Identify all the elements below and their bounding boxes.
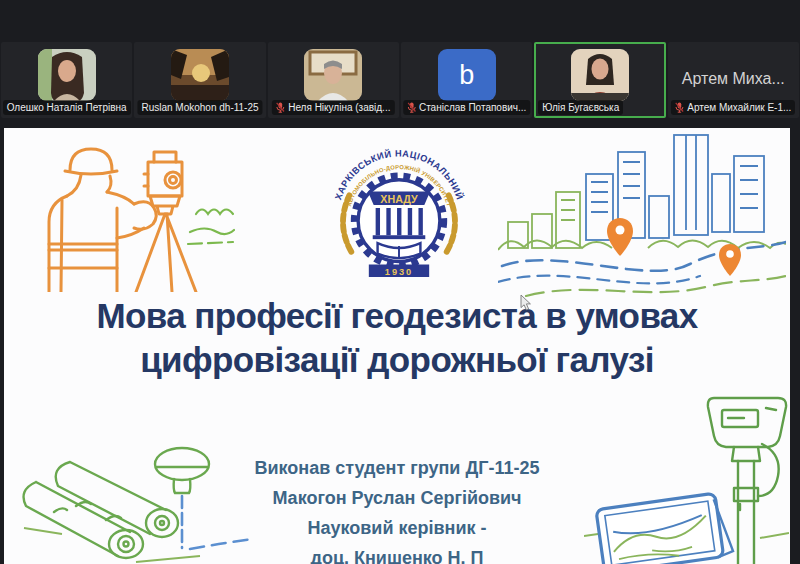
participant-name-label: Станіслав Потапович... — [403, 100, 530, 115]
logo-arc-top-text: ХАРКІВСЬКИЙ НАЦІОНАЛЬНИЙ — [333, 148, 466, 201]
logo-abbr: ХНАДУ — [380, 193, 418, 205]
participant-name: Олешко Наталія Петрівна — [7, 101, 127, 114]
meeting-window: Олешко Наталія Петрівна Ruslan M — [0, 0, 800, 564]
muted-mic-icon — [675, 102, 684, 113]
participant-tiles: Олешко Наталія Петрівна Ruslan M — [0, 42, 800, 118]
slide-title-line2: цифровізації дорожньої галузі — [4, 338, 790, 382]
map-pin-icon — [607, 218, 633, 256]
year-ribbon — [369, 264, 429, 277]
gear-ring — [358, 180, 440, 262]
participant-display-name: Артем Миха... — [668, 70, 799, 88]
avatar — [571, 49, 629, 101]
avatar — [171, 49, 229, 101]
participant-name: Неля Нікуліна (завід... — [288, 101, 390, 114]
laurel-right — [447, 195, 455, 251]
participant-name-label: Юлія Бугаєвська — [538, 100, 623, 115]
open-book — [378, 243, 421, 258]
video-tile-mokohon[interactable]: Ruslan Mokohon dh-11-25 — [134, 42, 265, 118]
credits-line4: доц. Книшенко Н. П — [4, 543, 790, 564]
credits-line3: Науковий керівник - — [4, 513, 790, 543]
avatar — [304, 49, 362, 101]
slide-title: Мова професії геодезиста в умовах цифров… — [4, 294, 790, 382]
slide-title-line1: Мова професії геодезиста в умовах — [4, 294, 790, 338]
participant-name-label: Неля Нікуліна (завід... — [272, 100, 394, 115]
participant-name-label: Ruslan Mokohon dh-11-25 — [137, 100, 262, 115]
avatar-initial-letter: b — [459, 62, 474, 89]
credits-line2: Макогон Руслан Сергійович — [4, 483, 790, 513]
shared-slide: ХАРКІВСЬКИЙ НАЦІОНАЛЬНИЙ АВТОМОБІЛЬНО-ДО… — [4, 128, 790, 564]
video-tile-buhaievska[interactable]: Юлія Бугаєвська — [534, 42, 665, 118]
participant-name: Ruslan Mokohon dh-11-25 — [141, 101, 258, 114]
surveyor-illustration — [20, 140, 235, 292]
building-pediment — [368, 191, 430, 205]
khnadu-logo: ХАРКІВСЬКИЙ НАЦІОНАЛЬНИЙ АВТОМОБІЛЬНО-ДО… — [326, 126, 472, 290]
avatar-initial: b — [438, 49, 496, 101]
building-columns — [373, 208, 426, 239]
credits-line1: Виконав студент групи ДГ-11-25 — [4, 453, 790, 483]
slide-credits: Виконав студент групи ДГ-11-25 Макогон Р… — [4, 453, 790, 564]
gear-teeth — [354, 176, 444, 266]
video-tile-nikulina[interactable]: Неля Нікуліна (завід... — [268, 42, 399, 118]
muted-mic-icon — [276, 102, 285, 113]
participant-name-label: Артем Михайлик Е-1... — [671, 100, 795, 115]
muted-mic-icon — [407, 102, 416, 113]
svg-text:ХАРКІВСЬКИЙ НАЦІОНАЛЬНИЙ: ХАРКІВСЬКИЙ НАЦІОНАЛЬНИЙ — [333, 148, 466, 201]
participant-name-label: Олешко Наталія Петрівна — [3, 100, 131, 115]
avatar — [38, 49, 96, 101]
logo-arc-inner-text: АВТОМОБІЛЬНО-ДОРОЖНІЙ УНІВЕРСИТЕТ — [346, 164, 452, 207]
svg-text:АВТОМОБІЛЬНО-ДОРОЖНІЙ УНІВЕРСИ: АВТОМОБІЛЬНО-ДОРОЖНІЙ УНІВЕРСИТЕТ — [346, 164, 452, 207]
city-illustration — [498, 130, 786, 302]
video-tile-mykhailyk[interactable]: Артем Миха... Артем Михайлик Е-1... — [668, 42, 799, 118]
participant-name: Станіслав Потапович... — [419, 101, 526, 114]
logo-year: 1930 — [385, 267, 413, 277]
video-tile-potapovych[interactable]: b Станіслав Потапович... — [401, 42, 532, 118]
video-tile-oleshko[interactable]: Олешко Наталія Петрівна — [1, 42, 132, 118]
participant-name: Юлія Бугаєвська — [542, 101, 619, 114]
map-pin-icon — [719, 244, 741, 276]
participant-name: Артем Михайлик Е-1... — [687, 101, 791, 114]
laurel-left — [343, 195, 351, 251]
video-strip: Олешко Наталія Петрівна Ruslan M — [0, 0, 800, 128]
mouse-cursor — [520, 294, 532, 311]
